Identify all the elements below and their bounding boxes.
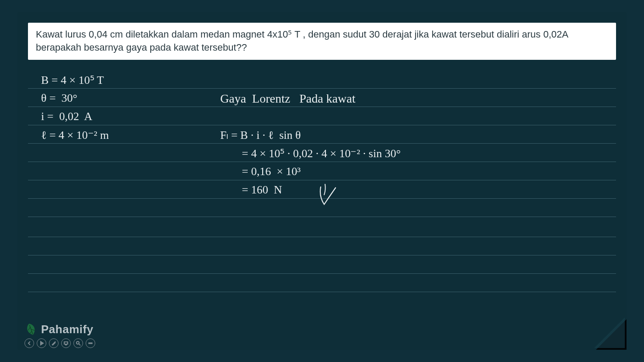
screen-icon[interactable] [61, 338, 71, 348]
given-B: B = 4 × 10⁵ T [41, 73, 104, 87]
svg-point-1 [76, 341, 79, 344]
given-l: ℓ = 4 × 10⁻² m [41, 128, 109, 142]
svg-rect-0 [64, 342, 68, 344]
brand-name: Pahamify [41, 323, 93, 336]
svg-point-3 [90, 343, 91, 344]
given-i: i = 0,02 A [41, 110, 92, 123]
edit-icon[interactable] [49, 338, 59, 348]
question-text: Kawat lurus 0,04 cm diletakkan dalam med… [28, 23, 616, 60]
result-line: = 160 N [233, 183, 282, 197]
slide-frame: Kawat lurus 0,04 cm diletakkan dalam med… [17, 12, 627, 350]
brand-block: Pahamify [24, 322, 95, 348]
more-icon[interactable] [86, 338, 95, 348]
scribble-mark [316, 183, 347, 214]
leaf-icon [21, 320, 41, 339]
play-icon[interactable] [37, 338, 46, 348]
prev-icon[interactable] [24, 338, 34, 348]
given-theta: θ = 30° [41, 92, 77, 105]
player-controls [24, 338, 95, 348]
substitution-line: = 4 × 10⁵ · 0,02 · 4 × 10⁻² · sin 30° [233, 147, 401, 160]
search-icon[interactable] [73, 338, 83, 348]
ruled-area: B = 4 × 10⁵ T θ = 30° i = 0,02 A ℓ = 4 ×… [28, 67, 616, 341]
intermediate-line: = 0,16 × 10³ [233, 165, 301, 178]
svg-point-4 [91, 343, 92, 344]
solution-title: Gaya Lorentz Pada kawat [220, 92, 355, 106]
page-curl [596, 319, 627, 350]
svg-point-2 [89, 343, 90, 344]
formula-line: Fₗ = B · i · ℓ sin θ [220, 128, 301, 142]
